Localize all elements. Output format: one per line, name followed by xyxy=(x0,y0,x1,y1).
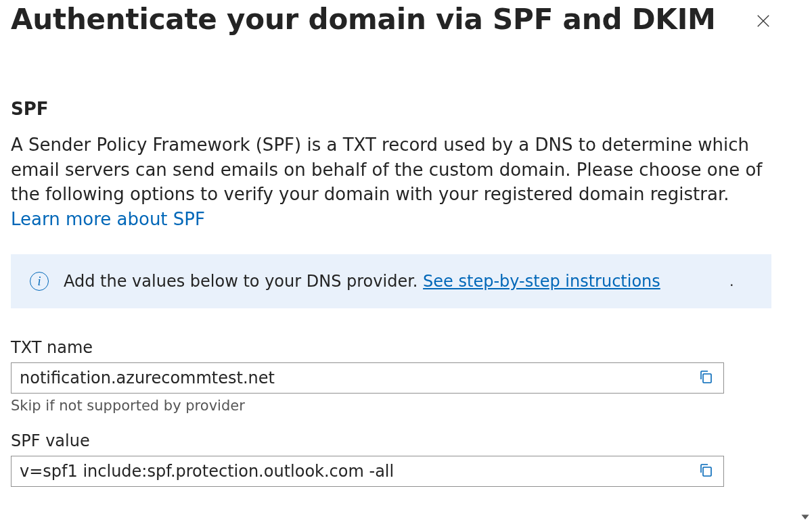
panel-header: Authenticate your domain via SPF and DKI… xyxy=(11,0,785,37)
txt-name-label: TXT name xyxy=(11,338,785,357)
svg-marker-4 xyxy=(801,515,809,519)
copy-spf-value-button[interactable] xyxy=(688,456,723,486)
infobar-trailing-dot: . xyxy=(729,272,734,289)
spf-info-bar: i Add the values below to your DNS provi… xyxy=(11,254,771,308)
close-button[interactable] xyxy=(751,9,775,34)
scroll-down-indicator-icon xyxy=(800,511,810,521)
svg-rect-2 xyxy=(703,374,711,383)
spf-description-text: A Sender Policy Framework (SPF) is a TXT… xyxy=(11,135,762,204)
copy-icon xyxy=(698,462,714,480)
spf-value-input[interactable] xyxy=(12,456,688,486)
txt-name-input[interactable] xyxy=(12,363,688,393)
spf-value-label: SPF value xyxy=(11,431,785,450)
copy-icon xyxy=(698,369,714,387)
panel-title: Authenticate your domain via SPF and DKI… xyxy=(11,3,716,37)
info-icon: i xyxy=(30,272,49,291)
svg-rect-3 xyxy=(703,467,711,476)
infobar-text: Add the values below to your DNS provide… xyxy=(64,272,423,291)
copy-txt-name-button[interactable] xyxy=(688,363,723,393)
auth-domain-panel: Authenticate your domain via SPF and DKI… xyxy=(0,0,785,522)
learn-more-spf-link[interactable]: Learn more about SPF xyxy=(11,209,205,229)
close-icon xyxy=(756,14,771,30)
spf-section-heading: SPF xyxy=(11,99,785,119)
txt-name-helper: Skip if not supported by provider xyxy=(11,398,785,414)
step-by-step-link[interactable]: See step-by-step instructions xyxy=(423,272,660,291)
txt-name-field-row xyxy=(11,362,724,394)
spf-value-field-row xyxy=(11,456,724,487)
infobar-content: Add the values below to your DNS provide… xyxy=(64,272,660,291)
spf-description: A Sender Policy Framework (SPF) is a TXT… xyxy=(11,133,769,231)
